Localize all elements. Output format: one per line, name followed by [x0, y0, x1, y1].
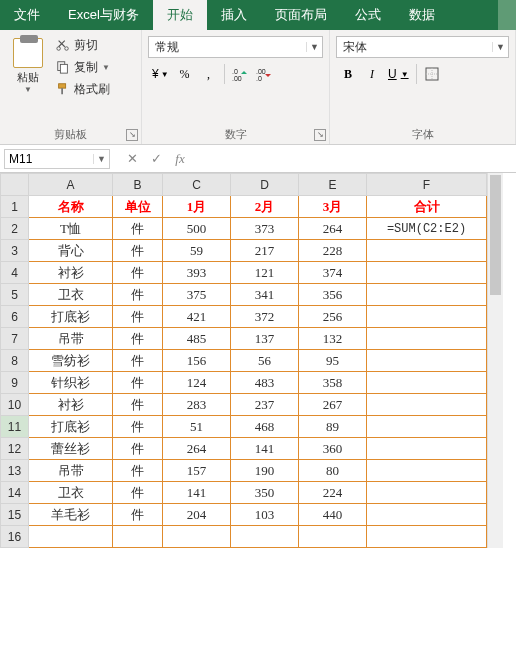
- cell[interactable]: 224: [299, 482, 367, 504]
- increase-decimal-button[interactable]: .0.00: [228, 62, 252, 86]
- row-header[interactable]: 16: [1, 526, 29, 548]
- number-dialog-launcher[interactable]: ↘: [314, 129, 326, 141]
- row-header[interactable]: 6: [1, 306, 29, 328]
- copy-caret[interactable]: ▼: [102, 63, 110, 72]
- cell[interactable]: 157: [163, 460, 231, 482]
- cell[interactable]: 背心: [29, 240, 113, 262]
- name-box-caret[interactable]: ▼: [93, 154, 109, 164]
- cell[interactable]: 89: [299, 416, 367, 438]
- font-name-combo[interactable]: 宋体 ▼: [336, 36, 509, 58]
- col-header-C[interactable]: C: [163, 174, 231, 196]
- cell[interactable]: [367, 306, 487, 328]
- cell[interactable]: 蕾丝衫: [29, 438, 113, 460]
- cell[interactable]: 132: [299, 328, 367, 350]
- cell[interactable]: 件: [113, 394, 163, 416]
- cell[interactable]: 59: [163, 240, 231, 262]
- cell[interactable]: 卫衣: [29, 482, 113, 504]
- cell[interactable]: 137: [231, 328, 299, 350]
- cell[interactable]: 卫衣: [29, 284, 113, 306]
- select-all-corner[interactable]: [1, 174, 29, 196]
- cell[interactable]: 103: [231, 504, 299, 526]
- cell[interactable]: 衬衫: [29, 394, 113, 416]
- cell[interactable]: 264: [299, 218, 367, 240]
- cell[interactable]: 485: [163, 328, 231, 350]
- number-format-combo[interactable]: 常规 ▼: [148, 36, 323, 58]
- col-header-E[interactable]: E: [299, 174, 367, 196]
- tab-excel-finance[interactable]: Excel与财务: [54, 0, 153, 30]
- tab-formulas[interactable]: 公式: [341, 0, 395, 30]
- cell[interactable]: =SUM(C2:E2): [367, 218, 487, 240]
- row-header[interactable]: 13: [1, 460, 29, 482]
- cell[interactable]: 264: [163, 438, 231, 460]
- accounting-format-button[interactable]: ¥▼: [148, 62, 173, 86]
- cell[interactable]: 件: [113, 350, 163, 372]
- cell[interactable]: [29, 526, 113, 548]
- row-header[interactable]: 9: [1, 372, 29, 394]
- cell[interactable]: 217: [231, 240, 299, 262]
- cell[interactable]: 件: [113, 416, 163, 438]
- cell[interactable]: 件: [113, 306, 163, 328]
- cell[interactable]: [113, 526, 163, 548]
- col-header-A[interactable]: A: [29, 174, 113, 196]
- row-header[interactable]: 2: [1, 218, 29, 240]
- row-header[interactable]: 4: [1, 262, 29, 284]
- row-header[interactable]: 12: [1, 438, 29, 460]
- border-button[interactable]: [420, 62, 444, 86]
- vertical-scrollbar[interactable]: [487, 173, 503, 548]
- cell[interactable]: 打底衫: [29, 306, 113, 328]
- cell[interactable]: 56: [231, 350, 299, 372]
- cell[interactable]: 267: [299, 394, 367, 416]
- cell[interactable]: [367, 526, 487, 548]
- row-header[interactable]: 14: [1, 482, 29, 504]
- col-header-D[interactable]: D: [231, 174, 299, 196]
- insert-function-button[interactable]: fx: [168, 151, 192, 167]
- italic-button[interactable]: I: [360, 62, 384, 86]
- cell[interactable]: 吊带: [29, 328, 113, 350]
- cell[interactable]: [299, 526, 367, 548]
- cell[interactable]: 件: [113, 372, 163, 394]
- cell[interactable]: 190: [231, 460, 299, 482]
- tab-page-layout[interactable]: 页面布局: [261, 0, 341, 30]
- cell[interactable]: 件: [113, 504, 163, 526]
- row-header[interactable]: 15: [1, 504, 29, 526]
- cell[interactable]: 156: [163, 350, 231, 372]
- cell[interactable]: 件: [113, 460, 163, 482]
- row-header[interactable]: 7: [1, 328, 29, 350]
- spreadsheet-grid[interactable]: A B C D E F 1名称单位1月2月3月合计2T恤件500373264=S…: [0, 173, 487, 548]
- cell[interactable]: 打底衫: [29, 416, 113, 438]
- cell[interactable]: 衬衫: [29, 262, 113, 284]
- cell[interactable]: 件: [113, 240, 163, 262]
- cell[interactable]: 件: [113, 328, 163, 350]
- cell[interactable]: 483: [231, 372, 299, 394]
- ribbon-overflow[interactable]: [498, 0, 516, 30]
- cell[interactable]: 羊毛衫: [29, 504, 113, 526]
- cell[interactable]: 3月: [299, 196, 367, 218]
- cell[interactable]: [367, 240, 487, 262]
- cell[interactable]: [367, 262, 487, 284]
- cell[interactable]: 单位: [113, 196, 163, 218]
- cell[interactable]: 375: [163, 284, 231, 306]
- cell[interactable]: 421: [163, 306, 231, 328]
- row-header[interactable]: 11: [1, 416, 29, 438]
- cell[interactable]: 80: [299, 460, 367, 482]
- cell[interactable]: 360: [299, 438, 367, 460]
- cell[interactable]: 283: [163, 394, 231, 416]
- cell[interactable]: 341: [231, 284, 299, 306]
- percent-format-button[interactable]: %: [173, 62, 197, 86]
- cell[interactable]: [367, 460, 487, 482]
- formula-input[interactable]: [192, 149, 516, 169]
- cell[interactable]: 468: [231, 416, 299, 438]
- cell[interactable]: 374: [299, 262, 367, 284]
- row-header[interactable]: 8: [1, 350, 29, 372]
- cell[interactable]: 141: [163, 482, 231, 504]
- cell[interactable]: [367, 372, 487, 394]
- cell[interactable]: 121: [231, 262, 299, 284]
- row-header[interactable]: 3: [1, 240, 29, 262]
- accept-formula-button[interactable]: ✓: [144, 151, 168, 166]
- cell[interactable]: 雪纺衫: [29, 350, 113, 372]
- cell[interactable]: 名称: [29, 196, 113, 218]
- paste-button[interactable]: 粘贴 ▼: [6, 34, 50, 100]
- cell[interactable]: [367, 482, 487, 504]
- decrease-decimal-button[interactable]: .00.0: [252, 62, 276, 86]
- cell[interactable]: T恤: [29, 218, 113, 240]
